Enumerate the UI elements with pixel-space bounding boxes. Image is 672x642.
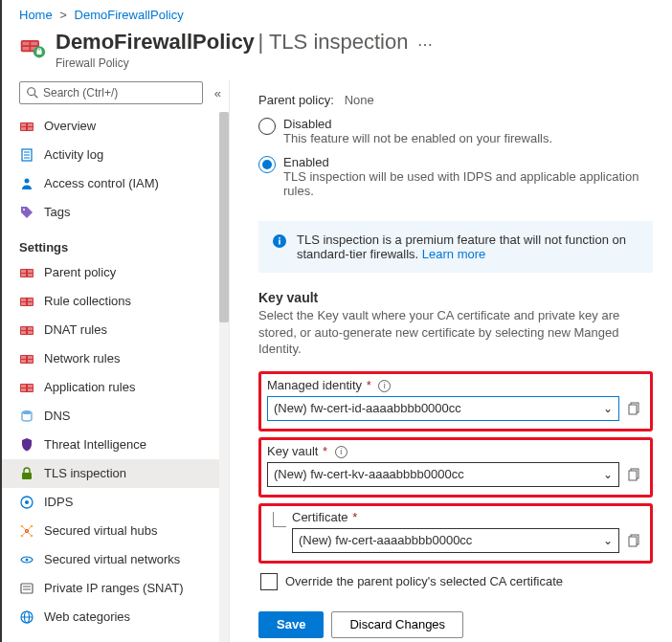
sidebar: Search (Ctrl+/) « OverviewActivity logAc… [2,79,230,642]
svg-point-20 [23,209,25,210]
svg-rect-22 [21,270,26,273]
sidebar-item-label: Activity log [44,146,103,164]
override-label: Override the parent policy's selected CA… [285,574,563,588]
override-checkbox-row[interactable]: Override the parent policy's selected CA… [260,573,653,590]
sidebar-scrollbar-thumb[interactable] [219,112,229,322]
managed-identity-info-icon[interactable]: i [378,380,391,392]
certificate-callout: Certificate * (New) fw-cert-aaaabbbb0000… [258,503,653,564]
breadcrumb-current[interactable]: DemoFirewallPolicy [75,8,184,22]
sidebar-item-threat-intelligence[interactable]: Threat Intelligence [2,431,229,459]
learn-more-link[interactable]: Learn more [422,247,485,261]
sidebar-item-label: Web categories [44,609,130,626]
sidebar-item-label: Parent policy [44,264,116,281]
svg-rect-44 [21,388,26,391]
svg-rect-40 [28,360,33,363]
svg-rect-14 [28,127,33,130]
sidebar-item-label: Rule collections [44,293,131,310]
sidebar-item-label: Overview [44,118,96,135]
firewall-icon [19,294,34,309]
page-header: DemoFirewallPolicy | TLS inspection Fire… [2,26,672,79]
sidebar-item-tags[interactable]: Tags [2,198,229,227]
sidebar-item-application-rules[interactable]: Application rules [2,373,229,402]
ip-icon [19,581,34,596]
sidebar-item-secured-virtual-hubs[interactable]: Secured virtual hubs [2,517,229,545]
nested-connector [273,512,286,527]
svg-rect-32 [21,327,26,330]
svg-rect-29 [21,302,26,305]
copy-icon[interactable] [627,533,642,548]
managed-identity-select[interactable]: (New) fw-cert-id-aaaabbbb0000cc ⌄ [267,396,619,421]
sidebar-item-private-ip-ranges[interactable]: Private IP ranges (SNAT) [2,574,229,603]
firewall-policy-icon [19,33,46,60]
keyvault-value: (New) fw-cert-kv-aaaabbbb0000cc [274,467,464,481]
svg-rect-25 [28,274,33,277]
svg-rect-30 [28,302,33,305]
globe-icon [19,609,34,625]
svg-rect-27 [21,299,26,301]
sidebar-item-web-categories[interactable]: Web categories [2,603,229,631]
shield-icon [19,437,34,453]
sidebar-item-label: Network rules [44,350,120,367]
collapse-sidebar-button[interactable]: « [214,86,221,100]
keyvault-select[interactable]: (New) fw-cert-kv-aaaabbbb0000cc ⌄ [267,462,619,487]
breadcrumb: Home > DemoFirewallPolicy [2,0,672,26]
chevron-down-icon: ⌄ [603,402,613,415]
info-icon [272,233,287,249]
managed-identity-value: (New) fw-cert-id-aaaabbbb0000cc [274,401,461,415]
firewall-icon [19,119,34,134]
dns-icon [19,409,34,424]
save-button[interactable]: Save [258,611,324,638]
page-caption: Firewall Policy [56,56,408,70]
svg-rect-24 [21,274,26,277]
sidebar-item-label: Access control (IAM) [44,175,159,192]
nav-section-settings: Settings [2,227,229,258]
svg-rect-33 [28,327,33,330]
sidebar-item-secured-virtual-networks[interactable]: Secured virtual networks [2,545,229,574]
sidebar-item-parent-policy[interactable]: Parent policy [2,258,229,287]
svg-point-8 [28,88,35,96]
certificate-select[interactable]: (New) fw-cert-aaaabbbb0000cc ⌄ [292,528,619,553]
svg-rect-47 [22,473,32,479]
hub-icon [19,523,34,539]
radio-disabled-control[interactable] [258,118,276,135]
svg-rect-39 [21,360,26,363]
radio-enabled[interactable]: Enabled TLS inspection will be used with… [258,155,653,198]
sidebar-scrollbar[interactable] [219,112,229,642]
radio-disabled[interactable]: Disabled This feature will not be enable… [258,117,653,145]
sidebar-item-label: Tags [44,204,70,221]
sidebar-item-dns[interactable]: DNS [2,402,229,431]
svg-rect-11 [21,123,26,126]
idps-icon [19,495,34,510]
breadcrumb-home[interactable]: Home [19,8,53,22]
log-icon [19,147,34,163]
svg-rect-68 [279,237,280,239]
keyvault-label: Key vault [267,444,318,458]
sidebar-item-dnat-rules[interactable]: DNAT rules [2,316,229,344]
search-icon [26,86,39,100]
search-input[interactable]: Search (Ctrl+/) [19,81,203,104]
sidebar-item-tls-inspection[interactable]: TLS inspection [2,459,229,488]
more-button[interactable]: ⋯ [417,30,433,54]
discard-button[interactable]: Discard Changes [331,611,463,638]
svg-rect-35 [28,331,33,334]
sidebar-item-idps[interactable]: IDPS [2,488,229,517]
sidebar-item-overview[interactable]: Overview [2,112,229,141]
svg-rect-1 [23,42,30,46]
sidebar-item-network-rules[interactable]: Network rules [2,344,229,373]
sidebar-item-label: DNAT rules [44,321,107,339]
page-title: DemoFirewallPolicy [56,30,255,54]
override-checkbox[interactable] [260,573,278,590]
radio-enabled-control[interactable] [258,156,276,173]
sidebar-item-rule-collections[interactable]: Rule collections [2,287,229,316]
radio-enabled-label: Enabled [283,155,653,169]
keyvault-info-icon[interactable]: i [335,446,347,458]
copy-icon[interactable] [627,401,642,416]
copy-icon[interactable] [627,467,642,482]
sidebar-item-label: IDPS [44,494,73,511]
sidebar-item-activity-log[interactable]: Activity log [2,141,229,169]
svg-line-9 [34,95,38,99]
certificate-label: Certificate [292,510,348,524]
svg-rect-23 [28,270,33,273]
svg-rect-37 [21,356,26,359]
sidebar-item-access-control[interactable]: Access control (IAM) [2,169,229,198]
